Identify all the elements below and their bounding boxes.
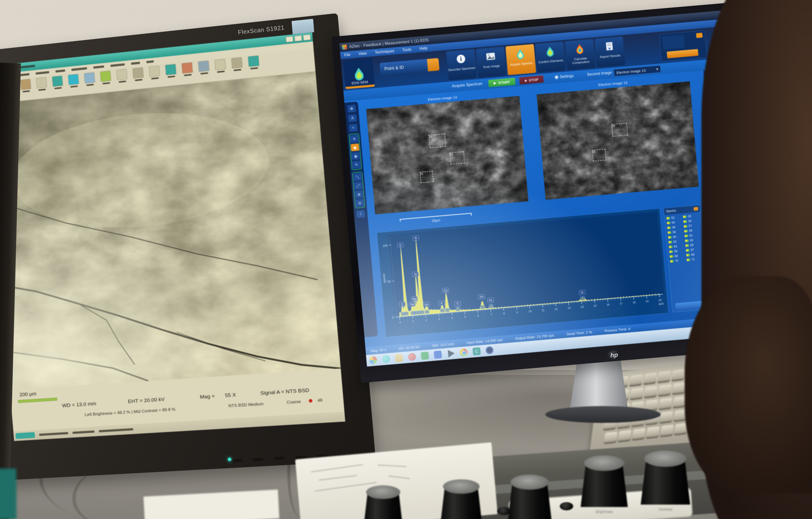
badge-navy-icon[interactable] [485, 346, 494, 354]
dot-red-icon[interactable] [408, 353, 416, 361]
navigator-button[interactable] [667, 49, 698, 58]
sem-toolbar-button[interactable] [51, 76, 65, 95]
spectrum-swatch-icon [685, 234, 688, 237]
menu-item-techniques[interactable]: Techniques [375, 49, 395, 55]
spectrum-list-item[interactable]: 59 [684, 228, 700, 233]
tool-icon [52, 76, 63, 86]
svg-text:Mg: Mg [412, 297, 416, 301]
spectrum-list-item[interactable]: 68 [670, 254, 686, 259]
tool-icon[interactable]: ✛ [350, 135, 358, 143]
spectrum-list-item[interactable]: 60 [668, 234, 684, 239]
spectrum-list-item[interactable]: 70 [670, 258, 686, 263]
close-icon[interactable] [303, 34, 311, 40]
technique-selector[interactable]: Point & ID [380, 58, 440, 76]
tool-icon[interactable]: ⤡ [353, 173, 362, 181]
spectrum-list-item[interactable]: 65 [686, 243, 701, 248]
start-icon[interactable] [369, 356, 377, 365]
sem-toolbar-button[interactable] [180, 62, 195, 82]
svg-text:13: 13 [568, 306, 571, 310]
workflow-step-scan-image[interactable]: Scan Image [476, 47, 506, 78]
sem-toolbar-button[interactable] [230, 57, 245, 77]
sem-toolbar-button[interactable] [147, 65, 162, 85]
eds-sem-tile[interactable]: EDS-SEM [343, 58, 375, 89]
spectrum-list-item[interactable]: 54 [667, 220, 683, 225]
minimize-icon[interactable] [286, 36, 293, 42]
svg-text:16: 16 [607, 303, 610, 306]
spectrum-list-item[interactable]: 56 [667, 225, 683, 230]
tool-icon[interactable]: ⊕ [355, 190, 363, 198]
sem-toolbar-button[interactable] [83, 72, 97, 92]
roi-marker[interactable]: 59 [429, 134, 446, 148]
spectrum-list-item[interactable]: 57 [684, 224, 700, 228]
spectrum-list-item[interactable]: 66 [669, 249, 685, 254]
spectrum-list-item[interactable]: 64 [669, 244, 685, 249]
sem-toolbar-button[interactable] [131, 67, 146, 87]
menu-item-view[interactable]: View [358, 51, 367, 56]
menu-item-tools[interactable]: Tools [402, 47, 411, 52]
tool-icon[interactable]: ◉ [351, 152, 360, 160]
tool-icon[interactable]: ▣ [350, 143, 359, 151]
spectrum-list-item[interactable]: 53 [683, 214, 699, 219]
square-blue-icon[interactable] [434, 351, 442, 359]
spectrum-list-item[interactable]: 58 [668, 230, 684, 234]
sem-toolbar-button[interactable] [246, 55, 262, 76]
sem-toolbar-button[interactable] [19, 79, 33, 98]
keyboard-key [646, 426, 660, 439]
start-button[interactable] [16, 432, 35, 439]
spectrum-list-item[interactable]: 62 [669, 239, 685, 244]
spectrum-list-item[interactable]: 61 [685, 233, 700, 238]
spectra-list-button[interactable] [694, 207, 698, 210]
electron-image-1[interactable]: 59 60 61 [366, 96, 528, 214]
navigator-panel[interactable] [659, 30, 707, 61]
svg-text:6: 6 [477, 314, 479, 317]
spectrum-list-item[interactable]: 55 [683, 219, 699, 224]
sem-micrograph[interactable] [0, 71, 341, 390]
sem-toolbar-button[interactable] [99, 70, 113, 90]
roi-marker[interactable]: 60 [450, 151, 465, 165]
acquire-spectrum-label: Acquire Spectrum [452, 82, 483, 88]
tool-icon[interactable]: ⌖ [349, 124, 357, 132]
roi-marker[interactable]: 61 [420, 171, 434, 183]
sem-toolbar-button[interactable] [164, 64, 178, 84]
sem-toolbar-button[interactable] [115, 69, 130, 88]
sem-toolbar-button[interactable] [35, 77, 49, 97]
electron-image-2[interactable]: 59 60 [537, 81, 699, 200]
workflow-step-acquire-spectra[interactable]: Acquire Spectra [505, 44, 536, 75]
menu-item-file[interactable]: File [344, 53, 350, 57]
menu-item-help[interactable]: Help [419, 46, 427, 51]
spectrum-number: 54 [672, 221, 675, 224]
workflow-step-calculate-composition[interactable]: Calculate Composition [565, 39, 596, 70]
roi-marker[interactable]: 59 [611, 123, 628, 137]
folder-icon[interactable] [395, 354, 403, 362]
play-dark-icon[interactable] [446, 349, 455, 358]
tool-icon[interactable]: ✎ [352, 161, 361, 169]
spectrum-panel[interactable]: 050100cps/eV0123456789101112131415161718… [377, 208, 669, 337]
stop-button[interactable]: ■ STOP [519, 75, 544, 84]
workflow-step-confirm-elements[interactable]: Confirm Elements [535, 41, 566, 73]
spectrum-list-item[interactable]: 69 [686, 252, 702, 257]
tool-icon[interactable]: A [348, 114, 357, 122]
maximize-icon[interactable] [294, 35, 302, 41]
spectrum-list-item[interactable]: 63 [685, 238, 701, 243]
tool-icon[interactable]: ⊖ [355, 199, 364, 207]
chrome-icon[interactable] [460, 348, 468, 357]
sem-toolbar-button[interactable] [213, 59, 228, 79]
roi-marker[interactable]: 60 [592, 149, 606, 162]
tool-icon[interactable]: i [356, 210, 365, 218]
workflow-step-report-results[interactable]: Report Results [594, 36, 625, 67]
spectrum-number: 58 [672, 230, 676, 234]
tile-teal-icon[interactable]: C [472, 347, 481, 355]
start-button[interactable]: ▶ START [488, 78, 516, 87]
sem-toolbar-button[interactable] [66, 74, 81, 93]
sem-toolbar-button[interactable] [197, 60, 212, 80]
spectra-list-header: Spectra [666, 209, 676, 213]
tool-icon[interactable]: ⤢ [354, 182, 362, 190]
circle-teal-icon[interactable] [382, 355, 390, 363]
spectrum-list-item[interactable]: 52 [666, 215, 682, 220]
square-green-icon[interactable] [420, 351, 429, 360]
workflow-step-describe-specimen[interactable]: iDescribe Specimen [446, 49, 477, 80]
spectrum-list-item[interactable]: 67 [686, 248, 702, 252]
settings-button[interactable]: Settings [554, 74, 574, 80]
spectrum-list-item[interactable]: 71 [687, 257, 702, 262]
tool-icon[interactable]: ✥ [347, 105, 356, 113]
